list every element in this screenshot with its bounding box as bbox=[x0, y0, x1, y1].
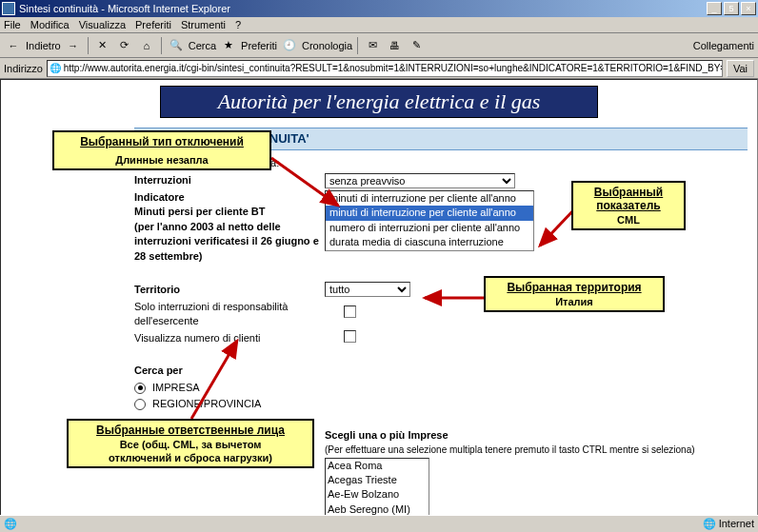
minimize-button[interactable]: _ bbox=[707, 2, 722, 15]
impresa-0[interactable]: Acea Roma bbox=[326, 459, 429, 473]
menu-visualizza[interactable]: Visualizza bbox=[79, 19, 126, 30]
svg-line-7 bbox=[191, 341, 237, 419]
cerca-per-label: Cerca per bbox=[134, 365, 183, 376]
impresa-2[interactable]: Ae-Ew Bolzano bbox=[326, 487, 429, 502]
callout-responsible: Выбранные ответственные лица Все (общ. C… bbox=[67, 419, 314, 468]
ie-icon bbox=[2, 2, 15, 15]
solo-checkbox[interactable] bbox=[344, 305, 356, 318]
indicatore-note1: Minuti persi per cliente BT bbox=[134, 206, 266, 217]
territorio-label: Territorio bbox=[134, 284, 180, 295]
callout-territory: Выбранная территория Италия bbox=[484, 276, 665, 312]
scegli-note: (Per effettuare una selezione multipla t… bbox=[325, 444, 695, 455]
edit-icon[interactable]: ✎ bbox=[407, 36, 426, 55]
callout-type: Выбранный тип отключений Длинные незапла bbox=[52, 130, 271, 170]
arrow-responsible bbox=[186, 337, 243, 423]
history-icon[interactable]: 🕘 bbox=[280, 36, 299, 55]
forward-button[interactable]: → bbox=[64, 36, 83, 55]
window-title: Sintesi continuità - Microsoft Internet … bbox=[19, 3, 230, 14]
refresh-button[interactable]: ⟳ bbox=[115, 36, 134, 55]
window-titlebar: Sintesi continuità - Microsoft Internet … bbox=[0, 0, 758, 17]
toolbar: ← Indietro → ✕ ⟳ ⌂ 🔍 Cerca ★ Preferiti 🕘… bbox=[0, 33, 758, 58]
history-label: Cronologia bbox=[302, 40, 352, 51]
status-left: 🌐 bbox=[4, 518, 17, 530]
radio-regione[interactable] bbox=[134, 399, 146, 410]
ind-opt-2[interactable]: numero di interruzioni per cliente all'a… bbox=[326, 221, 533, 235]
menu-preferiti[interactable]: Preferiti bbox=[135, 19, 171, 30]
svg-line-1 bbox=[271, 158, 338, 206]
solo-label: Solo interruzioni di responsabilità dell… bbox=[134, 300, 344, 329]
close-button[interactable]: × bbox=[741, 2, 756, 15]
stop-button[interactable]: ✕ bbox=[93, 36, 112, 55]
menu-modifica[interactable]: Modifica bbox=[30, 19, 70, 30]
menu-help[interactable]: ? bbox=[235, 19, 241, 30]
arrow-territory bbox=[423, 291, 489, 305]
address-bar: Indirizzo 🌐 http://www.autorita.energia.… bbox=[0, 58, 758, 79]
address-url: http://www.autorita.energia.it/cgi-bin/s… bbox=[64, 63, 723, 73]
radio-impresa[interactable] bbox=[134, 383, 146, 394]
callout-type-title: Выбранный тип отключений bbox=[60, 135, 264, 148]
interruzioni-select[interactable]: senza preavviso bbox=[325, 173, 515, 188]
status-right: 🌐 Internet bbox=[703, 518, 754, 530]
ind-opt-0[interactable]: minuti di interruzione per cliente all'a… bbox=[326, 191, 533, 206]
callout-type-value: Длинные незапла bbox=[60, 154, 264, 166]
go-button[interactable]: Vai bbox=[727, 60, 754, 77]
indicatore-listbox[interactable]: minuti di interruzione per cliente all'a… bbox=[325, 190, 534, 251]
visualizza-checkbox[interactable] bbox=[344, 330, 356, 343]
territorio-select[interactable]: tutto bbox=[325, 282, 410, 297]
ind-opt-3[interactable]: durata media di ciascuna interruzione bbox=[326, 235, 533, 249]
favorites-icon[interactable]: ★ bbox=[219, 36, 238, 55]
maximize-button[interactable]: 5 bbox=[724, 2, 739, 15]
menu-file[interactable]: File bbox=[4, 19, 21, 30]
impresa-1[interactable]: Acegas Trieste bbox=[326, 473, 429, 487]
search-label: Cerca bbox=[189, 40, 216, 51]
arrow-type bbox=[271, 158, 348, 215]
back-button[interactable]: ← bbox=[4, 36, 23, 55]
scegli-label: Scegli una o più Imprese bbox=[325, 429, 449, 441]
menu-bar: File Modifica Visualizza Preferiti Strum… bbox=[0, 17, 758, 33]
status-bar: 🌐 🌐 Internet bbox=[0, 515, 758, 532]
address-input[interactable]: 🌐 http://www.autorita.energia.it/cgi-bin… bbox=[47, 60, 723, 77]
site-banner: Autorità per l'energia elettrica e il ga… bbox=[160, 86, 598, 118]
indicatore-label: Indicatore bbox=[134, 191, 185, 203]
links-label: Collegamenti bbox=[693, 40, 754, 51]
favorites-label: Preferiti bbox=[241, 40, 277, 51]
interruzioni-label: Interruzioni bbox=[134, 174, 191, 186]
ind-opt-1[interactable]: minuti di interruzione per cliente all'a… bbox=[326, 206, 533, 220]
callout-indicator: Выбранный показатель CML bbox=[571, 181, 686, 230]
indicatore-note2: (per l'anno 2003 al netto delle interruz… bbox=[134, 221, 319, 262]
print-icon[interactable]: 🖶 bbox=[385, 36, 404, 55]
address-label: Indirizzo bbox=[4, 63, 43, 74]
menu-strumenti[interactable]: Strumenti bbox=[181, 19, 226, 30]
back-label: Indietro bbox=[26, 40, 61, 51]
home-button[interactable]: ⌂ bbox=[137, 36, 156, 55]
mail-icon[interactable]: ✉ bbox=[363, 36, 382, 55]
search-icon[interactable]: 🔍 bbox=[167, 36, 186, 55]
